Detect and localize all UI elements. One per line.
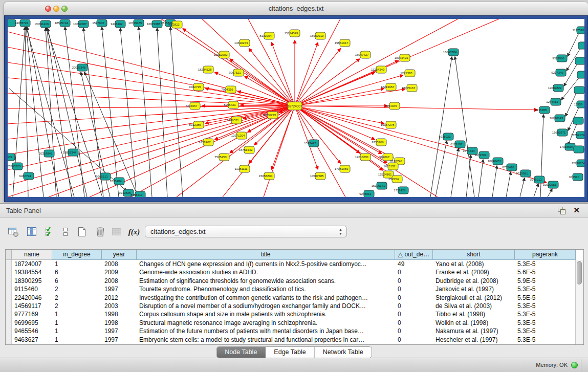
table-cell: 0	[395, 336, 433, 344]
function-builder-icon[interactable]: f(x)	[127, 225, 141, 239]
node-label: 8130304	[259, 34, 272, 37]
node-label: 1513447	[304, 142, 316, 145]
column-header-name[interactable]: name	[12, 250, 52, 260]
table-cell: 2009	[102, 268, 137, 276]
table-cell: 9465546	[12, 327, 52, 335]
graph-node[interactable]	[573, 117, 583, 124]
table-row[interactable]: 946554611997Estimation of the future num…	[6, 327, 576, 335]
show-columns-icon[interactable]	[25, 225, 39, 239]
node-label: 12213957	[381, 85, 395, 89]
node-label: 252254	[388, 178, 399, 181]
node-label: 7521509	[8, 156, 12, 159]
clear-selection-icon[interactable]	[58, 225, 73, 239]
node-label: 1527602	[92, 21, 104, 25]
close-panel-icon[interactable]: ✕	[573, 206, 580, 215]
node-label: 10029051	[543, 183, 557, 186]
node-label: 9530951	[516, 172, 528, 175]
table-row[interactable]: 946362711997Embryonic stem cells: a mode…	[6, 336, 576, 344]
table-panel: Table Panel ✕ f(x) citations_edges.txt	[0, 203, 588, 372]
column-header-short[interactable]: short	[433, 250, 515, 260]
row-strip	[6, 268, 12, 276]
node-label: 9329966	[552, 57, 564, 60]
node-label: 9245012	[359, 192, 372, 195]
tab-network-table[interactable]: Network Table	[314, 347, 372, 358]
table-scrollbar[interactable]	[575, 260, 583, 344]
table-row[interactable]: 2242004622012Investigating the contribut…	[6, 294, 576, 302]
table-row[interactable]: 1872400712008Changes of HCN gene express…	[6, 260, 576, 268]
node-label: 6179197	[450, 143, 463, 146]
node-label: 7904356	[221, 88, 233, 91]
table-row[interactable]: 977716911998Corpus callosum shape and si…	[6, 310, 576, 318]
node-label: 11381111	[235, 167, 248, 170]
graph-node[interactable]	[574, 86, 584, 94]
node-label: 8012386	[189, 123, 201, 126]
node-label: 18525744	[55, 21, 69, 25]
node-label: 9462735	[189, 85, 201, 89]
graph-node[interactable]	[577, 71, 584, 78]
column-header-pagerank[interactable]: pagerank	[515, 250, 576, 260]
table-cell: 22420046	[12, 294, 52, 302]
dropdown-arrows-icon: ▲▼	[339, 228, 342, 236]
node-label: 10240451	[488, 160, 502, 163]
table-cell: Genome-wide association studies in ADHD.	[137, 268, 395, 276]
delete-table-icon[interactable]	[93, 225, 107, 239]
node-label: 10753174	[571, 134, 584, 137]
graph-node[interactable]	[578, 42, 584, 49]
table-cell: Stergiakouli et al. (2012)	[433, 294, 515, 302]
scrollbar-thumb[interactable]	[577, 261, 582, 285]
node-label: 1615132	[383, 165, 396, 168]
table-body: 1872400712008Changes of HCN gene express…	[6, 260, 576, 344]
node-label: 17081983	[335, 167, 349, 170]
table-cell: Corpus callosum shape and size in male p…	[137, 310, 395, 318]
table-cell: 2008	[102, 277, 137, 285]
table-panel-header: Table Panel ✕	[0, 204, 588, 218]
node-label: 7635484	[110, 180, 122, 183]
column-header-title[interactable]: title	[137, 250, 395, 260]
table-row[interactable]: 1938455462009Genome-wide association stu…	[6, 268, 576, 276]
table-cell: 0	[395, 294, 433, 302]
select-all-icon[interactable]	[43, 225, 57, 239]
network-canvas[interactable]: 2405572420691406185257441065328715276029…	[8, 19, 584, 197]
new-table-icon[interactable]	[75, 225, 89, 239]
node-label: 9755906	[372, 141, 384, 144]
window-titlebar[interactable]: citations_edges.txt	[4, 2, 588, 16]
node-label: 20318942	[39, 152, 53, 155]
node-label: 15124549	[285, 32, 298, 35]
node-label: 9905513	[96, 175, 108, 178]
node-label: 10587585	[310, 174, 324, 178]
table-selector-dropdown[interactable]: citations_edges.txt ▲▼	[145, 226, 347, 237]
node-label: 7244067	[185, 104, 198, 107]
table-cell: Jankovic et al. (1997)	[433, 285, 515, 293]
node-label: 10371304	[231, 134, 245, 137]
table-cell: 9699695	[12, 319, 52, 327]
graph-node[interactable]	[575, 57, 584, 64]
table-cell: 9463627	[12, 336, 52, 344]
sort-ascending-icon: △	[398, 251, 403, 258]
node-label: 1197510	[573, 29, 584, 32]
import-table-icon[interactable]	[110, 225, 124, 239]
float-panel-icon[interactable]	[558, 207, 565, 214]
graph-node[interactable]	[574, 146, 584, 153]
table-row[interactable]: 1456911722003Disruption of a novel membe…	[6, 302, 576, 310]
node-label: 11254349	[371, 68, 385, 71]
node-label: 8755417	[130, 193, 143, 196]
table-row[interactable]: 1830029562008Estimation of significance …	[6, 277, 576, 285]
node-label: 18204528	[198, 68, 212, 71]
table-settings-icon[interactable]	[6, 225, 20, 239]
table-row[interactable]: 911546021997Tourette syndrome. Phenomeno…	[6, 285, 576, 293]
table-cell: Embryonic stem cells: a model to study s…	[137, 336, 395, 344]
node-label: 7663822	[167, 23, 180, 26]
column-header-out-degree[interactable]: △ out_de…	[395, 250, 433, 260]
node-label: 20053346	[72, 66, 86, 69]
tab-edge-table[interactable]: Edge Table	[265, 347, 314, 358]
table-row[interactable]: 969969511998Structural magnetic resonanc…	[6, 319, 576, 327]
column-header-year[interactable]: year	[102, 250, 137, 260]
node-label: 15056804	[259, 174, 273, 178]
table-cell: 0	[395, 277, 433, 285]
column-header-in-degree[interactable]: in_degree	[52, 250, 102, 260]
tab-node-table[interactable]: Node Table	[216, 347, 265, 358]
table-cell: 1	[52, 319, 102, 327]
node-label: 18852344	[63, 151, 77, 154]
node-label: 9462734	[19, 174, 31, 178]
table-cell: Nakamura et al. (1997)	[433, 327, 515, 335]
